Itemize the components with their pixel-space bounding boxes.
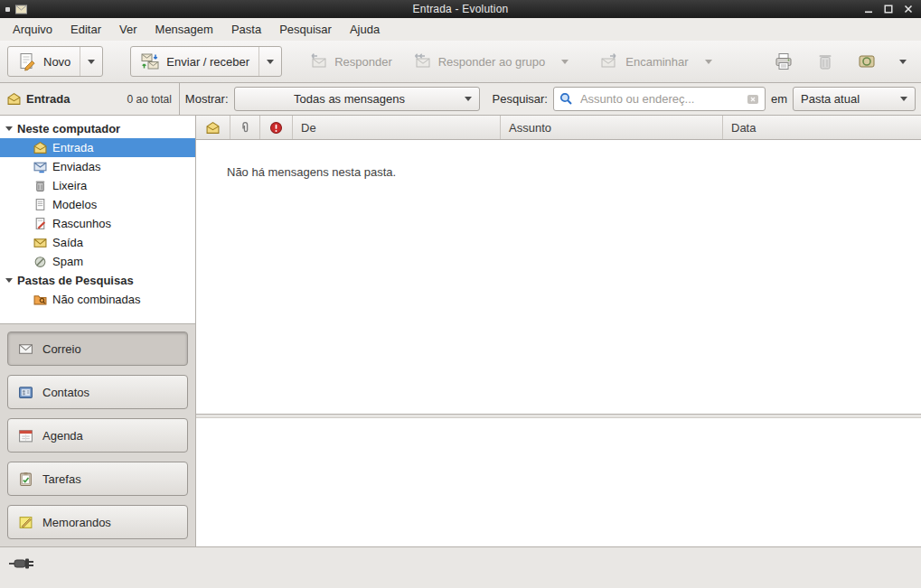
new-button[interactable]: Novo	[8, 47, 80, 76]
send-receive-label: Enviar / receber	[166, 55, 249, 69]
message-list-header: De Assunto Data	[196, 116, 921, 140]
search-folders-label: Pastas de Pesquisas	[17, 274, 134, 287]
junk-button[interactable]	[851, 46, 883, 77]
new-message-icon	[17, 51, 37, 71]
window-title: Entrada - Evolution	[114, 3, 807, 15]
filterbar: Entrada 0 ao total Mostrar: Todas as men…	[0, 83, 921, 116]
menu-mensagem[interactable]: Mensagem	[146, 19, 222, 40]
folder-item-lixeira[interactable]: Lixeira	[0, 176, 195, 195]
window-menu-icon[interactable]	[5, 7, 10, 12]
column-priority[interactable]	[260, 116, 293, 139]
chevron-down-icon	[705, 60, 712, 64]
search-scope-value: Pasta atual	[801, 92, 893, 106]
menu-ver[interactable]: Ver	[110, 19, 146, 40]
menu-ajuda[interactable]: Ajuda	[341, 19, 389, 40]
search-input[interactable]	[578, 91, 741, 107]
reply-all-dropdown-button[interactable]	[557, 46, 573, 77]
folder-item-saida[interactable]: Saída	[0, 233, 195, 252]
reply-button[interactable]: Responder	[300, 46, 400, 77]
minimize-button[interactable]	[861, 3, 876, 15]
chevron-down-icon	[88, 60, 95, 64]
print-button[interactable]	[767, 46, 800, 77]
filter-controls: Mostrar: Todas as mensagens Pesquisar: e…	[180, 83, 921, 115]
column-assunto[interactable]: Assunto	[501, 116, 723, 139]
folder-item-spam[interactable]: Spam	[0, 252, 195, 271]
chevron-down-icon	[465, 97, 472, 101]
delete-button[interactable]	[809, 46, 841, 77]
folder-label: Enviadas	[52, 160, 100, 173]
paperclip-icon	[239, 121, 251, 134]
expander-icon[interactable]	[5, 126, 13, 131]
search-icon	[559, 92, 573, 106]
folder-item-modelos[interactable]: Modelos	[0, 195, 195, 214]
mail-icon	[18, 341, 33, 357]
column-attachment[interactable]	[230, 116, 260, 139]
column-label: Data	[731, 121, 756, 135]
menu-editar[interactable]: Editar	[61, 19, 110, 40]
switcher-memorandos[interactable]: Memorandos	[7, 505, 188, 539]
chevron-down-icon	[561, 60, 569, 64]
forward-dropdown-button[interactable]	[700, 46, 717, 77]
toolbar-right-group	[767, 46, 914, 77]
calendar-icon	[18, 428, 33, 443]
search-folders-group-header[interactable]: Pastas de Pesquisas	[0, 271, 195, 290]
folder-message-count: 0 ao total	[127, 93, 171, 106]
current-folder-header: Entrada 0 ao total	[0, 83, 180, 115]
menu-pasta[interactable]: Pasta	[222, 19, 270, 40]
menubar: Arquivo Editar Ver Mensagem Pasta Pesqui…	[0, 18, 921, 41]
reply-all-label: Responder ao grupo	[438, 55, 546, 69]
send-receive-button[interactable]: Enviar / receber	[131, 47, 258, 76]
account-group-header[interactable]: Neste computador	[0, 119, 195, 138]
switcher-label: Tarefas	[42, 472, 81, 486]
switcher-tarefas[interactable]: Tarefas	[7, 462, 188, 496]
new-split-button: Novo	[7, 46, 103, 77]
switcher-label: Contatos	[42, 386, 89, 399]
folder-item-enviadas[interactable]: Enviadas	[0, 157, 195, 176]
folder-item-entrada[interactable]: Entrada	[0, 138, 195, 157]
column-status[interactable]	[196, 116, 230, 139]
trash-icon	[33, 179, 47, 192]
sidebar: Neste computador Entrada Enviadas	[0, 116, 196, 546]
reply-all-button[interactable]: Responder ao grupo	[404, 46, 554, 77]
forward-button[interactable]: Encaminhar	[591, 46, 696, 77]
message-list-body[interactable]: Não há mensagens nesta pasta.	[196, 140, 921, 414]
switcher-correio[interactable]: Correio	[7, 331, 188, 366]
expander-icon[interactable]	[5, 278, 13, 283]
content-area: Neste computador Entrada Enviadas	[0, 116, 921, 546]
folder-item-rascunhos[interactable]: Rascunhos	[0, 214, 195, 233]
forward-label: Encaminhar	[625, 55, 688, 69]
maximize-button[interactable]	[881, 3, 896, 15]
folder-tree: Neste computador Entrada Enviadas	[0, 116, 195, 323]
folder-item-nao-combinadas[interactable]: Não combinadas	[0, 290, 195, 309]
search-folder-icon	[33, 293, 47, 306]
column-label: De	[301, 121, 316, 135]
close-button[interactable]	[901, 3, 916, 15]
empty-folder-message: Não há mensagens nesta pasta.	[227, 165, 396, 179]
column-de[interactable]: De	[293, 116, 501, 139]
new-dropdown-button[interactable]	[80, 47, 102, 76]
folder-label: Entrada	[52, 141, 94, 154]
drafts-icon	[33, 217, 47, 230]
show-filter-dropdown[interactable]: Todas as mensagens	[234, 87, 480, 111]
reply-label: Responder	[334, 55, 392, 69]
online-status-icon[interactable]	[9, 556, 42, 571]
switcher-agenda[interactable]: Agenda	[7, 418, 188, 453]
sent-icon	[33, 160, 47, 173]
statusbar	[0, 546, 921, 588]
toolbar-overflow-button[interactable]	[892, 46, 914, 77]
toolbar: Novo Enviar / receber Responder Respo	[0, 41, 921, 83]
send-receive-dropdown-button[interactable]	[258, 47, 281, 76]
search-scope-dropdown[interactable]: Pasta atual	[793, 87, 916, 111]
folder-label: Spam	[52, 255, 83, 268]
preview-pane	[196, 418, 921, 546]
message-status-icon	[206, 121, 220, 135]
switcher-contatos[interactable]: Contatos	[7, 375, 188, 409]
chevron-down-icon	[900, 97, 907, 101]
menu-arquivo[interactable]: Arquivo	[4, 19, 61, 40]
menu-pesquisar[interactable]: Pesquisar	[270, 19, 341, 40]
clear-search-icon[interactable]	[747, 93, 759, 106]
column-label: Assunto	[509, 121, 551, 135]
send-receive-icon	[140, 51, 160, 71]
show-label: Mostrar:	[185, 92, 229, 106]
column-data[interactable]: Data	[723, 116, 921, 139]
